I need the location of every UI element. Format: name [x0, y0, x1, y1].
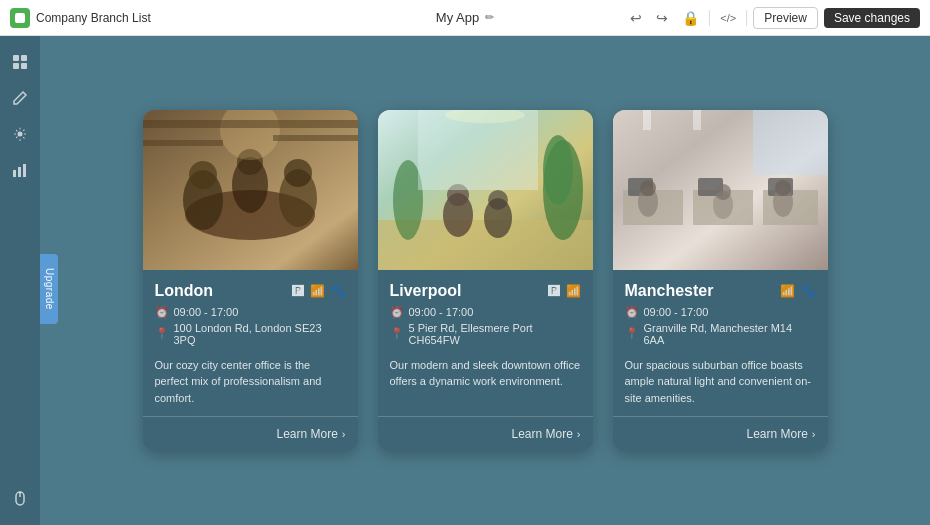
card-amenities-liverpool: 🅿 📶: [548, 284, 581, 298]
card-footer-liverpool: Learn More ›: [378, 416, 593, 451]
topbar-divider-2: [746, 10, 747, 26]
card-description-manchester: Our spacious suburban office boasts ampl…: [625, 357, 816, 407]
card-image-manchester: [613, 110, 828, 270]
app-name: My App: [436, 10, 479, 25]
svg-rect-3: [21, 63, 27, 69]
svg-rect-48: [643, 110, 651, 130]
page-title: Company Branch List: [36, 11, 151, 25]
card-title-liverpool: Liverpool: [390, 282, 462, 300]
svg-point-31: [488, 190, 508, 210]
card-footer-manchester: Learn More ›: [613, 416, 828, 451]
card-hours-london: 09:00 - 17:00: [174, 306, 239, 318]
sidebar-item-chart[interactable]: [4, 154, 36, 186]
cards-container: London 🅿 📶 🐾 ⏰ 09:00 - 17:00 📍 100 L: [143, 110, 828, 452]
card-address-london: 100 London Rd, London SE23 3PQ: [174, 322, 346, 346]
learn-more-liverpool[interactable]: Learn More ›: [511, 427, 580, 441]
chevron-right-icon-manchester: ›: [812, 428, 816, 440]
undo-button[interactable]: ↩: [626, 8, 646, 28]
svg-point-44: [715, 184, 731, 200]
main-layout: Upgrade: [0, 36, 930, 525]
svg-point-46: [775, 180, 791, 196]
svg-point-18: [284, 159, 312, 187]
lock-button[interactable]: 🔒: [678, 8, 703, 28]
wifi-icon: 📶: [310, 284, 325, 298]
topbar-right: ↩ ↪ 🔒 </> Preview Save changes: [622, 7, 920, 29]
svg-point-14: [189, 161, 217, 189]
topbar: Company Branch List My App ✏ ↩ ↪ 🔒 </> P…: [0, 0, 930, 36]
topbar-divider: [709, 10, 710, 26]
sidebar: [0, 36, 40, 525]
topbar-center: My App ✏: [316, 10, 614, 25]
upgrade-tab[interactable]: Upgrade: [40, 254, 58, 324]
card-hours-row-london: ⏰ 09:00 - 17:00: [155, 306, 346, 319]
card-amenities-london: 🅿 📶 🐾: [292, 284, 346, 298]
card-address-row-london: 📍 100 London Rd, London SE23 3PQ: [155, 322, 346, 346]
clock-icon-manchester: ⏰: [625, 306, 639, 319]
svg-rect-20: [143, 120, 358, 128]
parking-icon-liverpool: 🅿: [548, 284, 560, 298]
clock-icon-liverpool: ⏰: [390, 306, 404, 319]
card-address-row-liverpool: 📍 5 Pier Rd, Ellesmere Port CH654FW: [390, 322, 581, 346]
card-hours-row-manchester: ⏰ 09:00 - 17:00: [625, 306, 816, 319]
svg-rect-1: [21, 55, 27, 61]
card-body-liverpool: Liverpool 🅿 📶 ⏰ 09:00 - 17:00 📍 5 Pier R…: [378, 270, 593, 407]
learn-more-london[interactable]: Learn More ›: [276, 427, 345, 441]
learn-more-manchester[interactable]: Learn More ›: [746, 427, 815, 441]
svg-rect-5: [13, 170, 16, 177]
card-hours-manchester: 09:00 - 17:00: [644, 306, 709, 318]
parking-icon: 🅿: [292, 284, 304, 298]
clock-icon-london: ⏰: [155, 306, 169, 319]
card-london: London 🅿 📶 🐾 ⏰ 09:00 - 17:00 📍 100 L: [143, 110, 358, 452]
card-manchester: Manchester 📶 🐾 ⏰ 09:00 - 17:00 📍 Granvil…: [613, 110, 828, 452]
svg-rect-0: [13, 55, 19, 61]
card-title-london: London: [155, 282, 214, 300]
svg-rect-2: [13, 63, 19, 69]
card-amenities-manchester: 📶 🐾: [780, 284, 816, 298]
svg-point-4: [18, 132, 23, 137]
card-image-liverpool: [378, 110, 593, 270]
card-title-row-manchester: Manchester 📶 🐾: [625, 282, 816, 300]
location-icon-london: 📍: [155, 327, 169, 340]
svg-rect-21: [143, 140, 223, 146]
svg-rect-47: [753, 110, 828, 175]
svg-rect-22: [273, 135, 358, 141]
card-address-row-manchester: 📍 Granville Rd, Manchester M14 6AA: [625, 322, 816, 346]
svg-rect-6: [18, 167, 21, 177]
card-title-manchester: Manchester: [625, 282, 714, 300]
save-button[interactable]: Save changes: [824, 8, 920, 28]
sidebar-item-settings[interactable]: [4, 118, 36, 150]
preview-button[interactable]: Preview: [753, 7, 818, 29]
location-icon-manchester: 📍: [625, 327, 639, 340]
svg-rect-7: [23, 164, 26, 177]
card-hours-row-liverpool: ⏰ 09:00 - 17:00: [390, 306, 581, 319]
svg-rect-49: [693, 110, 701, 130]
svg-point-42: [640, 180, 656, 196]
chevron-right-icon-liverpool: ›: [577, 428, 581, 440]
card-description-liverpool: Our modern and sleek downtown office off…: [390, 357, 581, 407]
card-footer-london: Learn More ›: [143, 416, 358, 451]
card-hours-liverpool: 09:00 - 17:00: [409, 306, 474, 318]
pets-icon-manchester: 🐾: [801, 284, 816, 298]
wifi-icon-manchester: 📶: [780, 284, 795, 298]
chevron-right-icon-london: ›: [342, 428, 346, 440]
sidebar-item-grid[interactable]: [4, 46, 36, 78]
wifi-icon-liverpool: 📶: [566, 284, 581, 298]
card-title-row-london: London 🅿 📶 🐾: [155, 282, 346, 300]
sidebar-item-mouse[interactable]: [4, 483, 36, 515]
app-logo: [10, 8, 30, 28]
card-description-london: Our cozy city center office is the perfe…: [155, 357, 346, 407]
card-liverpool: Liverpool 🅿 📶 ⏰ 09:00 - 17:00 📍 5 Pier R…: [378, 110, 593, 452]
pets-icon: 🐾: [331, 284, 346, 298]
card-address-manchester: Granville Rd, Manchester M14 6AA: [644, 322, 816, 346]
edit-app-name-icon[interactable]: ✏: [485, 11, 494, 24]
card-title-row-liverpool: Liverpool 🅿 📶: [390, 282, 581, 300]
card-body-manchester: Manchester 📶 🐾 ⏰ 09:00 - 17:00 📍 Granvil…: [613, 270, 828, 407]
code-button[interactable]: </>: [716, 10, 740, 26]
svg-point-26: [543, 135, 573, 205]
location-icon-liverpool: 📍: [390, 327, 404, 340]
card-image-london: [143, 110, 358, 270]
card-address-liverpool: 5 Pier Rd, Ellesmere Port CH654FW: [409, 322, 581, 346]
sidebar-item-pen[interactable]: [4, 82, 36, 114]
redo-button[interactable]: ↪: [652, 8, 672, 28]
topbar-left: Company Branch List: [10, 8, 308, 28]
